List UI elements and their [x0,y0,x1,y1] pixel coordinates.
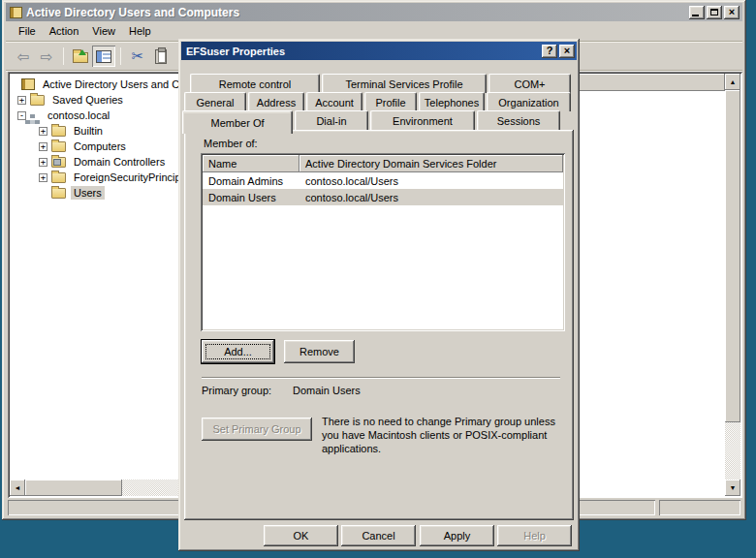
minimize-button[interactable] [689,6,705,19]
cut-button[interactable]: ✂ [126,46,149,67]
folder-icon [51,172,66,183]
main-window-title: Active Directory Users and Computers [26,6,687,19]
back-icon: ⇦ [17,49,30,64]
scroll-up-button[interactable]: ▲ [725,74,740,90]
member-of-list: Name Active Directory Domain Services Fo… [201,153,565,331]
efsuser-properties-dialog: EFSuser Properties ? × Remote control Te… [178,39,580,551]
scroll-left-button[interactable]: ◄ [10,480,25,496]
tab-address[interactable]: Address [248,92,304,111]
expand-icon[interactable]: + [39,127,47,136]
tab-terminal-services-profile[interactable]: Terminal Services Profile [322,74,487,93]
apply-button[interactable]: Apply [420,525,494,546]
scroll-up-icon: ▲ [730,78,737,85]
tree-item-users[interactable]: Users [8,185,184,201]
maximize-button[interactable] [707,6,722,19]
tree-item-saved-queries[interactable]: + Saved Queries [8,92,184,108]
set-primary-group-button: Set Primary Group [202,418,312,441]
menu-view[interactable]: View [85,23,122,39]
collapse-icon[interactable]: - [17,111,26,120]
expand-icon[interactable]: + [17,96,26,105]
tree-item-domain-controllers[interactable]: + Domain Controllers [8,154,184,170]
ok-button[interactable]: OK [264,525,338,546]
tree-horizontal-scrollbar[interactable]: ◄ [10,480,182,496]
scrollbar-thumb[interactable] [725,90,740,422]
expand-icon[interactable]: + [39,173,47,182]
close-button[interactable]: × [724,6,740,19]
minimize-icon [692,15,699,16]
scrollbar-track[interactable] [725,422,740,480]
column-header-name[interactable]: Name [203,155,299,172]
desktop: Active Directory Users and Computers × F… [0,0,756,558]
tree-item-root[interactable]: Active Directory Users and Com [8,77,184,92]
folder-icon [51,141,66,152]
main-titlebar: Active Directory Users and Computers × [6,3,742,21]
table-row-selected[interactable]: Domain Users contoso.local/Users [203,189,563,205]
folder-icon [30,95,45,106]
dialog-title: EFSuser Properties [186,46,540,57]
tab-dial-in[interactable]: Dial-in [295,110,368,130]
scroll-left-icon: ◄ [15,484,21,491]
expand-icon[interactable]: + [39,158,47,167]
help-button: Help [497,525,572,546]
show-console-tree-icon [96,50,111,63]
folder-icon [51,126,66,137]
scroll-down-icon: ▼ [730,484,737,491]
toolbar-separator [120,47,121,65]
tree-item-computers[interactable]: + Computers [8,139,184,154]
member-of-label: Member of: [204,138,258,149]
forward-button[interactable]: ⇨ [35,46,58,67]
primary-group-label: Primary group: [202,385,271,396]
context-help-button[interactable]: ? [542,45,557,58]
menu-file[interactable]: File [12,23,43,39]
console-tree-pane: Active Directory Users and Com + Saved Q… [8,72,184,498]
up-one-level-icon [73,52,88,63]
toolbar-separator [63,47,64,65]
member-of-list-header: Name Active Directory Domain Services Fo… [203,155,563,172]
up-one-level-button[interactable] [69,46,92,67]
expand-icon[interactable]: + [39,142,47,151]
close-icon: × [729,7,735,17]
tab-environment[interactable]: Environment [370,110,475,130]
tab-telephones[interactable]: Telephones [419,92,485,111]
tree-item-contoso-local[interactable]: - contoso.local [8,108,184,123]
primary-group-note: There is no need to change Primary group… [322,415,564,455]
scrollbar-track[interactable] [122,480,182,496]
table-row[interactable]: Domain Admins contoso.local/Users [203,172,563,189]
show-console-tree-button[interactable] [92,46,115,67]
directory-icon [21,78,35,90]
forward-icon: ⇨ [41,49,53,64]
folder-dc-icon [51,157,66,168]
tree-item-foreign-security-principals[interactable]: + ForeignSecurityPrincipal [8,170,184,185]
remove-button[interactable]: Remove [284,340,355,363]
tab-sessions[interactable]: Sessions [477,110,560,130]
paste-button[interactable] [149,46,173,67]
folder-icon [51,188,66,199]
column-header-folder[interactable]: Active Directory Domain Services Folder [299,155,563,172]
primary-group-value: Domain Users [293,385,361,396]
question-icon: ? [547,46,553,56]
domain-icon [30,114,35,118]
paste-icon [155,49,167,64]
tab-account[interactable]: Account [306,92,362,111]
tab-remote-control[interactable]: Remote control [190,74,320,93]
tab-general[interactable]: General [184,92,246,111]
dialog-titlebar: EFSuser Properties ? × [181,42,577,60]
cancel-button[interactable]: Cancel [341,525,416,546]
dialog-close-button[interactable]: × [559,45,575,58]
tab-member-of[interactable]: Member Of [182,110,293,134]
scrollbar-thumb[interactable] [25,480,122,496]
tab-profile[interactable]: Profile [364,92,417,111]
back-button[interactable]: ⇦ [12,46,35,67]
tab-organization[interactable]: Organization [487,92,571,111]
menu-action[interactable]: Action [43,23,86,39]
maximize-icon [710,9,718,16]
add-button[interactable]: Add... [202,340,274,363]
menu-help[interactable]: Help [122,23,158,39]
divider [202,377,560,379]
tab-com-plus[interactable]: COM+ [488,74,571,93]
scroll-down-button[interactable]: ▼ [725,480,740,496]
statusbar-section [659,500,740,515]
results-vertical-scrollbar[interactable]: ▲ ▼ [725,74,740,496]
cut-icon: ✂ [132,47,144,65]
tree-item-builtin[interactable]: + Builtin [8,123,184,139]
